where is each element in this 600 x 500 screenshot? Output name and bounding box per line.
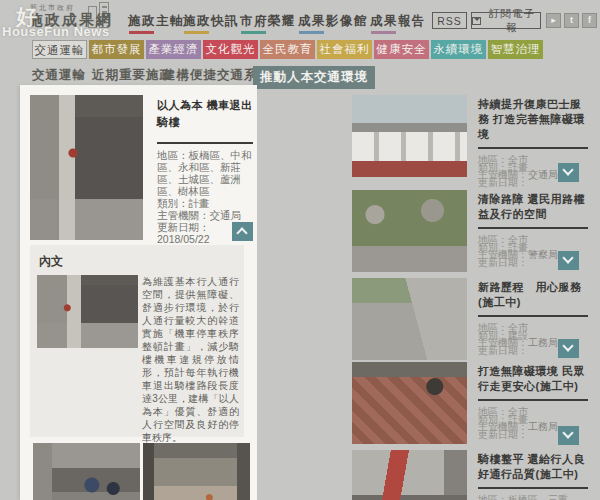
gallery-photo-motorcycles [33,443,140,500]
chevron-up-icon [236,227,247,238]
meta-updated-date: 2018/05/22 [157,233,210,245]
related-title[interactable]: 騎樓整平 還給行人良好通行品質(施工中) [478,452,588,482]
expand-button[interactable] [558,426,579,445]
article-body-text: 為維護基本行人通行空間，提供無障礙、舒適步行環境，於行人通行量較大的幹道實施「機… [142,275,239,444]
chevron-down-icon [562,252,573,263]
newsletter-icon [472,17,481,25]
topnav-policy-axis[interactable]: 施政主軸 [128,13,184,30]
cat-industry-economy[interactable]: 產業經濟 [146,40,201,59]
divider [478,147,588,149]
topnav-reports[interactable]: 成果報告 [370,13,426,30]
meta-agency: 主管機關：交通局 [157,209,241,221]
related-title[interactable]: 持續提升復康巴士服務 打造完善無障礙環境 [478,97,588,142]
nav-underline [371,31,396,34]
topnav-city-honors[interactable]: 市府榮耀 [240,13,296,30]
newsletter-subscribe-button[interactable]: 訂閱電子報 [471,12,541,29]
expand-button[interactable] [558,251,579,270]
page: 新北市政府 施政成果網 好 HouseFun News 施政主軸 施政快訊 市府… [0,0,600,500]
gallery-photo-walkway [143,443,250,500]
related-title[interactable]: 清除路障 還民用路權益及行的空間 [478,192,588,222]
divider [478,227,588,229]
cat-urban-development[interactable]: 都市發展 [89,40,144,59]
cat-sustainable-environment[interactable]: 永續環境 [431,40,486,59]
meta-category: 類別：計畫 [157,197,210,209]
facebook-icon[interactable]: f [582,13,597,28]
video-icon[interactable]: ▸ [546,13,561,28]
chevron-down-icon [562,164,573,175]
related-meta: 地區：板橋區、三重 [478,493,590,500]
chevron-down-icon [562,340,573,351]
chevron-down-icon [562,427,573,438]
expand-button[interactable] [558,163,579,182]
article-panel: 以人為本 機車退出騎樓 地區：板橋區、中和區、永和區、新莊區、土城區、蘆洲區、樹… [20,85,257,500]
cat-transportation[interactable]: 交通運輸 [32,40,87,59]
divider [478,487,588,489]
article-photo-arcade [30,95,143,240]
related-photo-street-trees [352,190,467,272]
body-section-label: 內文 [39,253,63,270]
related-list: 持續提升復康巴士服務 打造完善無障礙環境 地區：全市 類別：計畫 主管機關：交通… [345,85,600,500]
nav-underline [299,31,324,34]
cat-public-education[interactable]: 全民教育 [260,40,315,59]
divider [478,399,588,401]
topnav-policy-news[interactable]: 施政快訊 [183,13,239,30]
related-title[interactable]: 打造無障礙環境 民眾行走更安心(施工中) [478,364,588,394]
nav-underline [241,31,266,34]
expand-button[interactable] [558,339,579,358]
nav-underline [129,31,154,34]
subnav-recent-policies[interactable]: 近期重要施政 [92,67,173,84]
related-title[interactable]: 新路歷程 用心服務(施工中) [478,280,588,310]
divider [478,315,588,317]
related-photo-storefront [352,450,467,500]
cat-culture-tourism[interactable]: 文化觀光 [203,40,258,59]
nav-underline [184,31,209,34]
related-photo-road [352,278,467,360]
related-photo-sidewalk-tiles [352,362,467,444]
article-body-section: 內文 為維護基本行人通行空間，提供無障礙、舒適步行環境，於行人通行量較大的幹道實… [30,245,244,437]
collapse-button[interactable] [232,222,253,241]
related-photo-rehab-buses [352,95,467,177]
rss-button[interactable]: RSS [432,12,467,29]
divider [157,142,253,144]
subnav-transportation[interactable]: 交通運輸 [32,67,86,84]
cat-smart-governance[interactable]: 智慧治理 [488,40,543,59]
article-title: 以人為本 機車退出騎樓 [157,97,257,131]
body-photo-arcade [37,275,138,348]
site-logo[interactable]: 施政成果網 [28,11,113,30]
cat-social-welfare[interactable]: 社會福利 [317,40,372,59]
meta-region: 地區：板橋區、中和區、永和區、新莊區、土城區、蘆洲區、樹林區 [157,149,252,197]
meta-updated-label: 更新日期： [157,221,210,233]
cat-health-safety[interactable]: 健康安全 [374,40,429,59]
twitter-icon[interactable]: t [564,13,579,28]
topnav-media-gallery[interactable]: 成果影像館 [298,13,368,30]
